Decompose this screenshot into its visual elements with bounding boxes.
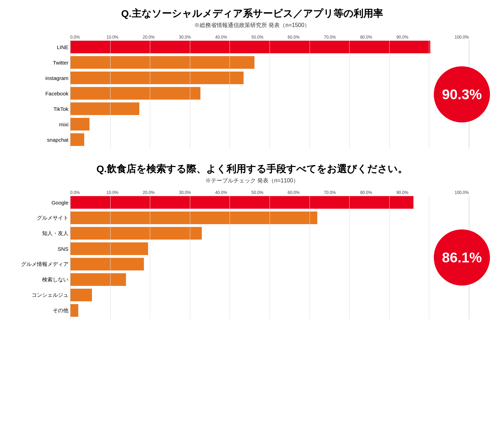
axis-tick: 0.0%	[70, 190, 106, 195]
bar-label-google: Google	[14, 200, 68, 206]
bar-fill-mixi	[70, 118, 89, 130]
bar-label-snapchat: snapchat	[14, 137, 68, 143]
bar-fill-friends	[70, 227, 202, 240]
chart1-bars-wrapper: LINE Twitter instagram	[70, 40, 469, 148]
bar-label-line: LINE	[14, 44, 68, 50]
bar-track-sns	[70, 242, 469, 255]
chart2-axis: 0.0% 10.0% 20.0% 30.0% 40.0% 50.0% 60.0%…	[70, 190, 469, 195]
bar-fill-no-search	[70, 273, 126, 286]
bar-label-mixi: mixi	[14, 121, 68, 127]
bar-row-no-search: 検索しない	[70, 273, 469, 286]
bar-row-mixi: mixi	[70, 118, 469, 131]
bar-fill-google	[70, 196, 413, 209]
axis-tick: 60.0%	[288, 190, 324, 195]
bar-fill-line	[70, 41, 430, 53]
axis-tick: 40.0%	[215, 35, 251, 40]
axis-tick: 70.0%	[324, 190, 360, 195]
bar-row-gourmet-site: グルメサイト	[70, 211, 469, 224]
chart1-title: Q.主なソーシャルメディア系サービス／アプリ等の利用率	[14, 7, 490, 20]
bar-track-concierge	[70, 289, 469, 301]
chart1-axis: 0.0% 10.0% 20.0% 30.0% 40.0% 50.0% 60.0%…	[70, 35, 469, 40]
bar-label-tiktok: TikTok	[14, 106, 68, 112]
chart1-section: Q.主なソーシャルメディア系サービス／アプリ等の利用率 ※総務省情報通信政策研究…	[14, 7, 490, 148]
chart2-container: 0.0% 10.0% 20.0% 30.0% 40.0% 50.0% 60.0%…	[14, 190, 490, 319]
bar-label-facebook: Facebook	[14, 91, 68, 96]
bar-row-friends: 知人・友人	[70, 227, 469, 240]
bar-track-instagram	[70, 72, 469, 84]
chart2-title: Q.飲食店を検索する際、よく利用する手段すべてをお選びください。	[14, 162, 490, 176]
axis-tick: 90.0%	[396, 35, 432, 40]
axis-tick: 10.0%	[106, 35, 142, 40]
bar-track-gourmet-media	[70, 258, 469, 270]
axis-tick: 20.0%	[143, 35, 179, 40]
bar-label-no-search: 検索しない	[14, 276, 68, 283]
bar-row-snapchat: snapchat	[70, 133, 469, 146]
axis-tick: 60.0%	[288, 35, 324, 40]
axis-tick: 80.0%	[360, 190, 396, 195]
bar-track-other	[70, 304, 469, 317]
page-wrapper: Q.主なソーシャルメディア系サービス／アプリ等の利用率 ※総務省情報通信政策研究…	[14, 7, 490, 319]
chart1-container: 0.0% 10.0% 20.0% 30.0% 40.0% 50.0% 60.0%…	[14, 35, 490, 148]
bar-row-gourmet-media: グルメ情報メディア	[70, 257, 469, 271]
axis-tick: 30.0%	[179, 190, 215, 195]
bar-fill-sns	[70, 242, 148, 255]
bar-row-line: LINE	[70, 40, 469, 54]
bar-track-gourmet-site	[70, 212, 469, 224]
chart2-badge-text: 86.1%	[442, 250, 482, 266]
bar-label-instagram: instagram	[14, 75, 68, 81]
bar-track-line	[70, 41, 469, 53]
axis-tick: 50.0%	[251, 35, 287, 40]
axis-tick: 10.0%	[106, 190, 142, 195]
bar-label-sns: SNS	[14, 246, 68, 252]
axis-tick: 100.0%	[433, 35, 469, 40]
axis-tick: 40.0%	[215, 190, 251, 195]
bar-track-mixi	[70, 118, 469, 130]
bar-track-tiktok	[70, 102, 469, 115]
bar-row-instagram: instagram	[70, 71, 469, 85]
axis-tick: 0.0%	[70, 35, 106, 40]
axis-tick: 30.0%	[179, 35, 215, 40]
bar-label-twitter: Twitter	[14, 60, 68, 66]
chart2-subtitle: ※テーブルチェック 発表（n=1100）	[14, 177, 490, 185]
bar-track-google	[70, 196, 469, 209]
bar-fill-concierge	[70, 289, 92, 301]
bar-row-other: その他	[70, 304, 469, 317]
bar-row-google: Google	[70, 196, 469, 209]
bar-label-gourmet-site: グルメサイト	[14, 215, 68, 221]
bar-label-other: その他	[14, 307, 68, 314]
bar-row-tiktok: TikTok	[70, 102, 469, 115]
bar-label-friends: 知人・友人	[14, 230, 68, 237]
bar-row-sns: SNS	[70, 242, 469, 255]
chart1-badge-text: 90.3%	[442, 87, 482, 102]
bar-fill-snapchat	[70, 133, 84, 146]
chart2-section: Q.飲食店を検索する際、よく利用する手段すべてをお選びください。 ※テーブルチェ…	[14, 162, 490, 319]
bar-track-facebook	[70, 87, 469, 100]
chart1-badge: 90.3%	[434, 66, 490, 122]
axis-tick: 70.0%	[324, 35, 360, 40]
chart1-subtitle: ※総務省情報通信政策研究所 発表（n=1500）	[14, 22, 490, 29]
bar-fill-other	[70, 304, 78, 317]
bar-fill-facebook	[70, 87, 200, 100]
chart2-bars-wrapper: Google グルメサイト 知人・友人	[70, 196, 469, 319]
axis-tick: 90.0%	[396, 190, 432, 195]
bar-track-snapchat	[70, 133, 469, 146]
bar-row-facebook: Facebook	[70, 87, 469, 100]
bar-track-friends	[70, 227, 469, 240]
axis-tick: 80.0%	[360, 35, 396, 40]
bar-fill-instagram	[70, 72, 244, 84]
bar-fill-gourmet-site	[70, 212, 317, 224]
axis-tick: 100.0%	[433, 190, 469, 195]
bar-row-twitter: Twitter	[70, 56, 469, 69]
bar-track-no-search	[70, 273, 469, 286]
bar-fill-tiktok	[70, 102, 139, 115]
axis-tick: 50.0%	[251, 190, 287, 195]
bar-track-twitter	[70, 56, 469, 69]
bar-row-concierge: コンシェルジュ	[70, 288, 469, 302]
axis-tick: 20.0%	[143, 190, 179, 195]
bar-label-gourmet-media: グルメ情報メディア	[14, 261, 68, 268]
bar-label-concierge: コンシェルジュ	[14, 292, 68, 299]
chart2-badge: 86.1%	[434, 229, 490, 286]
bar-fill-gourmet-media	[70, 258, 144, 270]
bar-fill-twitter	[70, 56, 254, 69]
